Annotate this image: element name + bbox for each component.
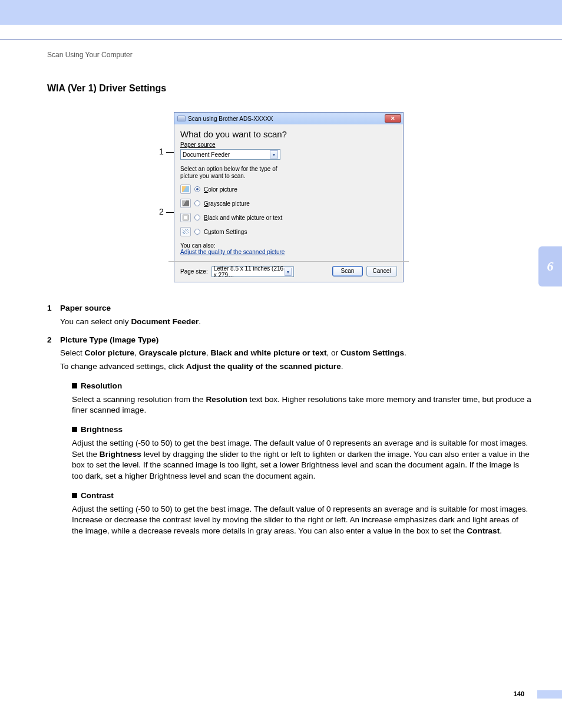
you-can-also-label: You can also:	[180, 242, 397, 249]
callout-1: 1	[159, 147, 164, 156]
radio-custom[interactable]	[194, 229, 200, 235]
radio-color[interactable]	[194, 186, 200, 192]
scanner-icon	[177, 116, 186, 121]
item2-text1: Select Color picture, Grayscale picture,…	[60, 348, 531, 359]
resolution-text: Select a scanning resolution from the Re…	[72, 394, 531, 417]
resolution-heading: Resolution	[72, 381, 531, 392]
page-size-label: Page size:	[180, 268, 208, 275]
bw-thumbnail-icon	[180, 213, 191, 222]
dialog-heading: What do you want to scan?	[180, 129, 397, 139]
custom-thumbnail-icon	[180, 227, 191, 236]
page-number: 140	[514, 690, 524, 697]
dialog-title: Scan using Brother ADS-XXXXX	[188, 116, 273, 122]
chevron-down-icon: ▼	[285, 268, 291, 276]
radio-grayscale[interactable]	[194, 200, 200, 206]
callout-2: 2	[159, 207, 164, 216]
page-title: WIA (Ver 1) Driver Settings	[47, 83, 166, 94]
bullet-icon	[72, 493, 77, 498]
option-custom[interactable]: Custom Settings	[180, 227, 397, 236]
dialog-titlebar: Scan using Brother ADS-XXXXX ✕	[174, 113, 403, 124]
brightness-text: Adjust the setting (-50 to 50) to get th…	[72, 438, 531, 482]
paper-source-value: Document Feeder	[183, 151, 230, 158]
page-size-select[interactable]: Letter 8.5 x 11 inches (216 x 279… ▼	[211, 266, 294, 277]
bullet-icon	[72, 383, 77, 388]
page-header-band	[0, 0, 562, 25]
item2-label: Picture Type (Image Type)	[60, 335, 531, 346]
option-color[interactable]: Color picture	[180, 185, 397, 194]
footer-accent	[537, 690, 562, 699]
option-grayscale[interactable]: Grayscale picture	[180, 199, 397, 208]
paper-source-select[interactable]: Document Feeder ▼	[180, 149, 280, 160]
radio-bw[interactable]	[194, 215, 200, 220]
contrast-text: Adjust the setting (-50 to 50) to get th…	[72, 504, 531, 537]
dialog-divider	[168, 261, 409, 262]
contrast-heading: Contrast	[72, 490, 531, 502]
list-number-2: 2	[47, 335, 60, 373]
wia-scan-dialog: Scan using Brother ADS-XXXXX ✕ What do y…	[174, 112, 404, 282]
option-bw[interactable]: Black and white picture or text	[180, 213, 397, 222]
bullet-icon	[72, 427, 77, 432]
grayscale-thumbnail-icon	[180, 199, 191, 208]
item1-label: Paper source	[60, 303, 531, 314]
adjust-quality-link[interactable]: Adjust the quality of the scanned pictur…	[180, 249, 285, 255]
item1-text: You can select only Document Feeder.	[60, 317, 531, 328]
picture-type-instruction: Select an option below for the type of p…	[180, 166, 295, 180]
brightness-heading: Brightness	[72, 424, 531, 436]
item2-text2: To change advanced settings, click Adjus…	[60, 361, 531, 373]
color-thumbnail-icon	[180, 185, 191, 194]
chevron-down-icon: ▼	[270, 150, 278, 159]
cancel-button[interactable]: Cancel	[366, 266, 397, 276]
chapter-tab: 6	[538, 246, 562, 286]
header-rule	[0, 39, 562, 39]
close-button[interactable]: ✕	[385, 114, 401, 123]
list-number-1: 1	[47, 303, 60, 328]
scan-button[interactable]: Scan	[332, 266, 363, 276]
page-size-value: Letter 8.5 x 11 inches (216 x 279…	[214, 265, 285, 278]
breadcrumb: Scan Using Your Computer	[47, 51, 133, 59]
body-content: 1 Paper source You can select only Docum…	[47, 302, 531, 537]
paper-source-label: Paper source	[180, 141, 397, 148]
